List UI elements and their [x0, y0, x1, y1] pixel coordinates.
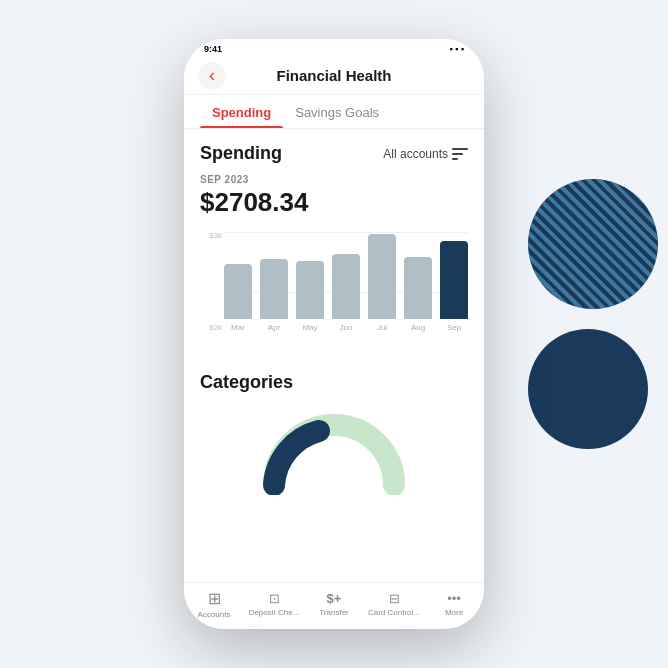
y-label-3k: $3k [209, 232, 222, 240]
dark-circle [528, 329, 648, 449]
bar-apr[interactable]: Apr [260, 259, 288, 332]
bar-chart-area: $3k $2k Mar Apr May [200, 232, 468, 352]
donut-chart [200, 405, 468, 495]
bar-jun-bar [332, 254, 360, 319]
nav-accounts[interactable]: ⊞ Accounts [184, 589, 244, 619]
content-area: Spending All accounts SEP 2023 $2708.34 [184, 129, 484, 582]
bar-mar[interactable]: Mar [224, 264, 252, 332]
bar-sep-bar [440, 241, 468, 319]
y-labels: $3k $2k [200, 232, 222, 332]
bar-apr-label: Apr [268, 323, 280, 332]
bar-jul-bar [368, 234, 396, 319]
filter-button[interactable]: All accounts [383, 147, 468, 161]
bar-sep[interactable]: Sep [440, 241, 468, 332]
bar-may-label: May [302, 323, 317, 332]
status-time: 9:41 [204, 44, 222, 54]
bar-jul[interactable]: Jul [368, 234, 396, 332]
phone-wrapper: 9:41 ▪ ▪ ▪ Financial Health Spending Sav… [184, 39, 484, 629]
transfer-label: Transfer [319, 608, 349, 617]
filter-label: All accounts [383, 147, 448, 161]
bar-jun[interactable]: Jun [332, 254, 360, 332]
bar-apr-bar [260, 259, 288, 319]
nav-more[interactable]: ••• More [424, 591, 484, 617]
bar-may-bar [296, 261, 324, 319]
bar-sep-label: Sep [447, 323, 461, 332]
bar-mar-label: Mar [231, 323, 245, 332]
y-label-2k: $2k [209, 324, 222, 332]
categories-section: Categories [200, 372, 468, 495]
more-icon: ••• [447, 591, 461, 606]
nav-transfer[interactable]: $+ Transfer [304, 591, 364, 617]
phone: 9:41 ▪ ▪ ▪ Financial Health Spending Sav… [184, 39, 484, 629]
tab-spending[interactable]: Spending [200, 95, 283, 128]
status-icons: ▪ ▪ ▪ [449, 44, 464, 54]
deposit-label: Deposit Che... [249, 608, 300, 617]
nav-bar: ⊞ Accounts ⊡ Deposit Che... $+ Transfer … [184, 582, 484, 629]
spending-title: Spending [200, 143, 282, 164]
header-title: Financial Health [276, 67, 391, 84]
bar-aug-label: Aug [411, 323, 425, 332]
accounts-label: Accounts [198, 610, 231, 619]
bar-aug[interactable]: Aug [404, 257, 432, 332]
back-button[interactable] [198, 62, 226, 90]
categories-title: Categories [200, 372, 468, 393]
bar-may[interactable]: May [296, 261, 324, 332]
bar-chart: $3k $2k Mar Apr May [200, 232, 468, 352]
bar-aug-bar [404, 257, 432, 319]
background-decoration [508, 209, 638, 459]
striped-circle [528, 179, 658, 309]
more-label: More [445, 608, 463, 617]
nav-deposit[interactable]: ⊡ Deposit Che... [244, 591, 304, 617]
bars-container: $3k $2k Mar Apr May [200, 232, 468, 332]
filter-icon [452, 148, 468, 160]
date-label: SEP 2023 [200, 174, 468, 185]
bar-mar-bar [224, 264, 252, 319]
deposit-icon: ⊡ [269, 591, 280, 606]
bar-jul-label: Jul [377, 323, 387, 332]
card-icon: ⊟ [389, 591, 400, 606]
transfer-icon: $+ [327, 591, 342, 606]
tab-bar: Spending Savings Goals [184, 95, 484, 129]
bar-jun-label: Jun [340, 323, 353, 332]
accounts-icon: ⊞ [208, 589, 221, 608]
status-bar: 9:41 ▪ ▪ ▪ [184, 39, 484, 59]
tab-savings[interactable]: Savings Goals [283, 95, 391, 128]
card-label: Card Control... [368, 608, 420, 617]
nav-card[interactable]: ⊟ Card Control... [364, 591, 424, 617]
donut-svg [254, 405, 414, 495]
spending-amount: $2708.34 [200, 187, 468, 218]
app-header: Financial Health [184, 59, 484, 95]
spending-header: Spending All accounts [200, 143, 468, 164]
